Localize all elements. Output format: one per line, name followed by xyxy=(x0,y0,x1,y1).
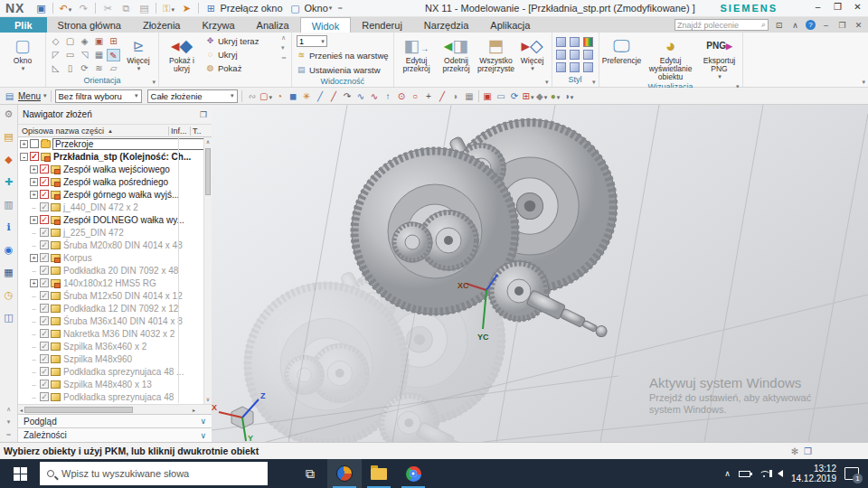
web-browser-icon[interactable]: ◉ xyxy=(5,244,14,255)
zoom-fit-icon[interactable]: ▣ xyxy=(481,91,495,101)
hide-list-item-1[interactable]: ◌Ukryj xyxy=(205,48,276,61)
section-podglad[interactable]: Podgląd∨ xyxy=(18,414,212,427)
scroll-up-icon[interactable]: ∧ xyxy=(204,137,212,146)
face-icon[interactable]: ◗ xyxy=(449,91,463,101)
render-style-icon-0[interactable] xyxy=(556,37,566,47)
help-icon[interactable]: ? xyxy=(806,20,816,30)
visibility-checkbox[interactable]: ✓ xyxy=(40,380,49,389)
przekroj-wiecej-button[interactable]: ▸◇ Więcej ▾ xyxy=(516,34,549,72)
speaker-icon[interactable] xyxy=(778,470,783,477)
view-orient-icon-11[interactable]: ▯ xyxy=(63,62,77,75)
tab-renderuj[interactable]: Renderuj xyxy=(351,17,413,33)
view-orient-icon-2[interactable]: ◈ xyxy=(78,35,91,48)
window-menu-button[interactable]: Okno xyxy=(305,3,328,14)
visibility-checkbox[interactable]: ✓ xyxy=(40,266,49,275)
save-icon[interactable]: ▣ xyxy=(33,3,48,14)
redo-icon[interactable]: ↷ xyxy=(76,3,90,14)
selection-chain-icon[interactable]: ∾ xyxy=(246,91,259,101)
column-info[interactable]: Inf... xyxy=(168,127,190,136)
tree-row-4[interactable]: +✓Zespół górnego wałka wyjś... xyxy=(18,188,203,201)
undock-icon[interactable]: ❐ xyxy=(200,110,207,119)
info-icon[interactable]: ℹ xyxy=(6,221,10,232)
tree-row-19[interactable]: –✓Szpilka M48x480 x 13 xyxy=(18,378,203,390)
visibility-checkbox[interactable]: ✓ xyxy=(40,190,49,199)
tree-row-3[interactable]: +✓Zespół wałka pośredniego xyxy=(18,175,203,188)
action-center-button[interactable]: 1 xyxy=(844,467,859,480)
expander-icon[interactable]: + xyxy=(20,140,28,148)
render-style-icon-2[interactable] xyxy=(583,37,593,47)
select-rectangle-icon[interactable]: ▢▾ xyxy=(259,91,273,101)
view-orient-icon-8[interactable]: ▦ xyxy=(92,49,106,61)
tab-narzędzia[interactable]: Narzędzia xyxy=(413,17,480,33)
circle-icon[interactable]: ○ xyxy=(409,91,422,101)
tree-row-18[interactable]: –✓Podkładka sprezynujaca 48 ... xyxy=(18,365,203,378)
render-style-icon-8[interactable] xyxy=(583,62,593,72)
render-style-icon-7[interactable] xyxy=(570,62,580,72)
dialog-launcher-icon[interactable]: ▾ xyxy=(592,79,596,86)
hide-list-item-0[interactable]: ✥Ukryj teraz xyxy=(205,34,276,47)
view-orient-icon-12[interactable]: ⟳ xyxy=(78,62,91,75)
doc-restore-icon[interactable]: ❐ xyxy=(836,21,848,30)
notes-icon[interactable]: ▦ xyxy=(4,267,13,277)
tab-strona-główna[interactable]: Strona główna xyxy=(47,17,132,33)
expander-icon[interactable]: + xyxy=(30,191,38,199)
mesh-icon[interactable]: ▦ xyxy=(463,91,476,101)
task-view-button[interactable]: ⧉ xyxy=(293,459,327,488)
expander-icon[interactable]: + xyxy=(30,165,38,174)
multiview-icon[interactable]: ⊞▾ xyxy=(522,91,535,101)
tray-expand-icon[interactable]: ∧ xyxy=(724,469,731,478)
tree-row-8[interactable]: –✓Śruba M20x80 DIN 4014 x 48 xyxy=(18,239,203,251)
scroll-right-icon[interactable]: ▸ xyxy=(193,407,195,413)
scrollbar-thumb[interactable] xyxy=(24,407,133,413)
scrollbar-thumb[interactable] xyxy=(205,148,211,195)
point-circle-icon[interactable]: ⊙ xyxy=(395,91,409,101)
tree-row-16[interactable]: –✓Szpilka M36x460 x 2 xyxy=(18,340,203,352)
constraint-navigator-icon[interactable]: ◆ xyxy=(5,154,12,164)
tree-row-10[interactable]: –✓Podkładka 20 DIN 7092 x 48 xyxy=(18,264,203,277)
visibility-checkbox[interactable]: ✓ xyxy=(40,342,49,351)
tree-row-15[interactable]: –✓Nakretka M36 DIN 4032 x 2 xyxy=(18,327,203,340)
move-to-layer-button[interactable]: ≋Przenieś na warstwę xyxy=(297,49,389,61)
tree-row-20[interactable]: –✓Podkładka sprezynujaca 48 xyxy=(18,390,203,403)
column-name[interactable]: Opisowa nazwa części▲ xyxy=(18,127,168,136)
iso-view-icon[interactable]: ◆▾ xyxy=(535,91,549,101)
tab-plik[interactable]: Plik xyxy=(0,17,47,33)
tab-krzywa[interactable]: Krzywa xyxy=(191,17,245,33)
arc-icon[interactable]: ↷ xyxy=(341,91,354,101)
repeat-command-icon[interactable]: ➤ xyxy=(179,3,193,14)
view-orient-icon-13[interactable]: ≋ xyxy=(92,62,106,75)
expander-icon[interactable]: + xyxy=(30,216,38,224)
view-orient-icon-4[interactable]: ⊞ xyxy=(107,35,120,48)
tree-row-9[interactable]: +✓Korpus xyxy=(18,251,203,264)
restore-button[interactable]: ❐ xyxy=(831,2,844,12)
wifi-icon[interactable] xyxy=(759,471,769,477)
visibility-checkbox[interactable]: ✓ xyxy=(40,164,49,174)
hide-list-item-2[interactable]: ◍Pokaż xyxy=(205,61,276,74)
find-command-input[interactable]: Znajdź polecenie ⌕ xyxy=(675,19,769,31)
copy-icon[interactable]: ⧉ xyxy=(118,3,133,14)
tab-widok[interactable]: Widok xyxy=(300,17,352,33)
tree-row-14[interactable]: –✓Śruba M36x140 DIN 4014 x 8 xyxy=(18,314,203,327)
resource-bar-arrows[interactable]: ∧▾≂ xyxy=(6,406,12,438)
visibility-checkbox[interactable]: ✓ xyxy=(40,253,49,262)
minimize-ribbon-icon[interactable]: ∧ xyxy=(789,21,801,30)
tree-row-5[interactable]: –✓j_440_DIN 472 x 2 xyxy=(18,201,203,213)
tree-row-12[interactable]: –✓Śruba M12x50 DIN 4014 x 12 xyxy=(18,289,203,302)
battery-icon[interactable] xyxy=(739,471,750,477)
tree-row-13[interactable]: –✓Podkładka 12 DIN 7092 x 12 xyxy=(18,302,203,314)
view-orient-icon-3[interactable]: ▣ xyxy=(92,35,106,48)
okno-button[interactable]: ▢ Okno ▾ xyxy=(3,34,42,72)
curve-icon[interactable]: ∿ xyxy=(368,91,382,101)
visibility-checkbox[interactable]: ✓ xyxy=(40,228,49,237)
qat-overflow-icon[interactable]: ≂ xyxy=(337,5,343,12)
expander-icon[interactable]: + xyxy=(30,254,38,262)
line-icon[interactable]: ╱ xyxy=(314,91,327,101)
work-layer-combo[interactable]: 1▾ xyxy=(297,35,327,47)
doc-close-icon[interactable]: ✕ xyxy=(853,21,864,30)
close-button[interactable]: ✕ xyxy=(851,2,864,12)
tree-row-1[interactable]: -✓Przkładnia_stp (Kolejność: Ch... xyxy=(18,150,203,163)
visibility-checkbox[interactable]: ✓ xyxy=(40,354,49,363)
visibility-checkbox[interactable]: ✓ xyxy=(40,202,49,211)
render-style-icon-3[interactable] xyxy=(556,50,566,60)
switch-window-button[interactable]: Przełącz okno xyxy=(220,3,282,14)
